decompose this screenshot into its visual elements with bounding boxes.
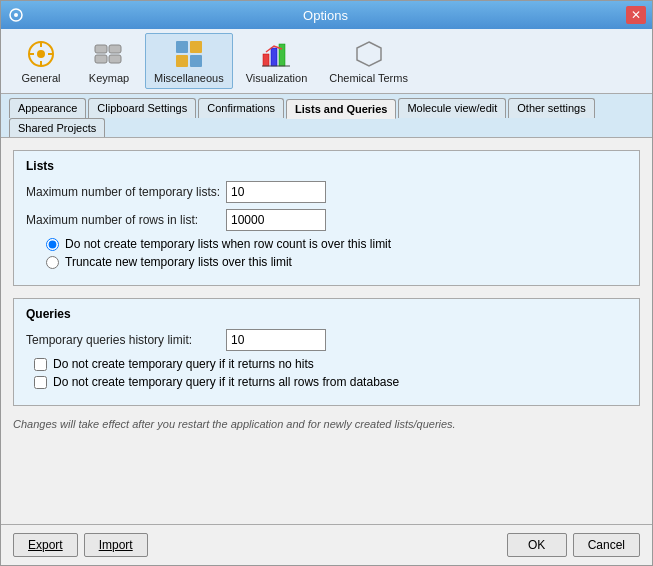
miscellaneous-icon — [173, 38, 205, 70]
note: Changes will take effect after you resta… — [13, 418, 640, 430]
visualization-icon — [260, 38, 292, 70]
radio-do-not-create: Do not create temporary lists when row c… — [46, 237, 627, 251]
bottom-left: Export Import — [13, 533, 148, 557]
svg-rect-10 — [95, 55, 107, 63]
import-label: Import — [99, 538, 133, 552]
tabs-bar: Appearance Clipboard Settings Confirmati… — [1, 94, 652, 138]
queries-section: Queries Temporary queries history limit:… — [13, 298, 640, 406]
checkbox-all-rows-label: Do not create temporary query if it retu… — [53, 375, 399, 389]
cancel-button[interactable]: Cancel — [573, 533, 640, 557]
tab-shared-projects[interactable]: Shared Projects — [9, 118, 105, 137]
max-temp-lists-row: Maximum number of temporary lists: — [26, 181, 627, 203]
tab-other-settings[interactable]: Other settings — [508, 98, 594, 118]
toolbar-visualization-label: Visualization — [246, 72, 308, 84]
history-limit-label: Temporary queries history limit: — [26, 333, 226, 347]
title-bar: Options ✕ — [1, 1, 652, 29]
svg-rect-15 — [190, 55, 202, 67]
toolbar-miscellaneous[interactable]: Miscellaneous — [145, 33, 233, 89]
radio-truncate: Truncate new temporary lists over this l… — [46, 255, 627, 269]
toolbar-miscellaneous-label: Miscellaneous — [154, 72, 224, 84]
bottom-bar: Export Import OK Cancel — [1, 524, 652, 565]
checkbox-no-hits[interactable] — [34, 358, 47, 371]
checkbox-all-rows-row: Do not create temporary query if it retu… — [34, 375, 627, 389]
chemical-terms-icon — [353, 38, 385, 70]
queries-section-title: Queries — [26, 307, 627, 321]
import-button[interactable]: Import — [84, 533, 148, 557]
checkbox-all-rows[interactable] — [34, 376, 47, 389]
toolbar: General Keymap — [1, 29, 652, 94]
toolbar-general[interactable]: General — [9, 33, 73, 89]
max-rows-row: Maximum number of rows in list: — [26, 209, 627, 231]
radio-truncate-label: Truncate new temporary lists over this l… — [65, 255, 292, 269]
checkbox-no-hits-row: Do not create temporary query if it retu… — [34, 357, 627, 371]
max-rows-input[interactable] — [226, 209, 326, 231]
tab-appearance[interactable]: Appearance — [9, 98, 86, 118]
radio-truncate-input[interactable] — [46, 256, 59, 269]
tab-lists-queries[interactable]: Lists and Queries — [286, 99, 396, 119]
ok-button[interactable]: OK — [507, 533, 567, 557]
tab-confirmations[interactable]: Confirmations — [198, 98, 284, 118]
max-temp-lists-input[interactable] — [226, 181, 326, 203]
max-temp-lists-label: Maximum number of temporary lists: — [26, 185, 226, 199]
svg-rect-12 — [176, 41, 188, 53]
svg-point-1 — [14, 13, 18, 17]
toolbar-chemical-terms[interactable]: Chemical Terms — [320, 33, 417, 89]
history-limit-row: Temporary queries history limit: — [26, 329, 627, 351]
radio-do-not-create-label: Do not create temporary lists when row c… — [65, 237, 391, 251]
toolbar-visualization[interactable]: Visualization — [237, 33, 317, 89]
general-icon — [25, 38, 57, 70]
tab-molecule-view[interactable]: Molecule view/edit — [398, 98, 506, 118]
keymap-icon — [93, 38, 125, 70]
svg-rect-16 — [263, 54, 269, 66]
close-button[interactable]: ✕ — [626, 6, 646, 24]
lists-section: Lists Maximum number of temporary lists:… — [13, 150, 640, 286]
svg-rect-11 — [109, 55, 121, 63]
lists-radio-group: Do not create temporary lists when row c… — [46, 237, 627, 269]
lists-section-title: Lists — [26, 159, 627, 173]
tab-clipboard[interactable]: Clipboard Settings — [88, 98, 196, 118]
toolbar-general-label: General — [21, 72, 60, 84]
checkbox-no-hits-label: Do not create temporary query if it retu… — [53, 357, 314, 371]
options-window: Options ✕ General — [0, 0, 653, 566]
export-label: Export — [28, 538, 63, 552]
export-button[interactable]: Export — [13, 533, 78, 557]
svg-rect-14 — [176, 55, 188, 67]
window-icon — [7, 6, 25, 24]
history-limit-input[interactable] — [226, 329, 326, 351]
svg-rect-17 — [271, 48, 277, 66]
svg-rect-13 — [190, 41, 202, 53]
toolbar-keymap[interactable]: Keymap — [77, 33, 141, 89]
svg-rect-8 — [95, 45, 107, 53]
content-area: Lists Maximum number of temporary lists:… — [1, 138, 652, 524]
svg-point-3 — [37, 50, 45, 58]
max-rows-label: Maximum number of rows in list: — [26, 213, 226, 227]
radio-do-not-create-input[interactable] — [46, 238, 59, 251]
svg-rect-18 — [279, 44, 285, 66]
svg-marker-20 — [357, 42, 381, 66]
svg-rect-9 — [109, 45, 121, 53]
window-title: Options — [25, 8, 626, 23]
bottom-right: OK Cancel — [507, 533, 640, 557]
toolbar-keymap-label: Keymap — [89, 72, 129, 84]
toolbar-chemical-terms-label: Chemical Terms — [329, 72, 408, 84]
